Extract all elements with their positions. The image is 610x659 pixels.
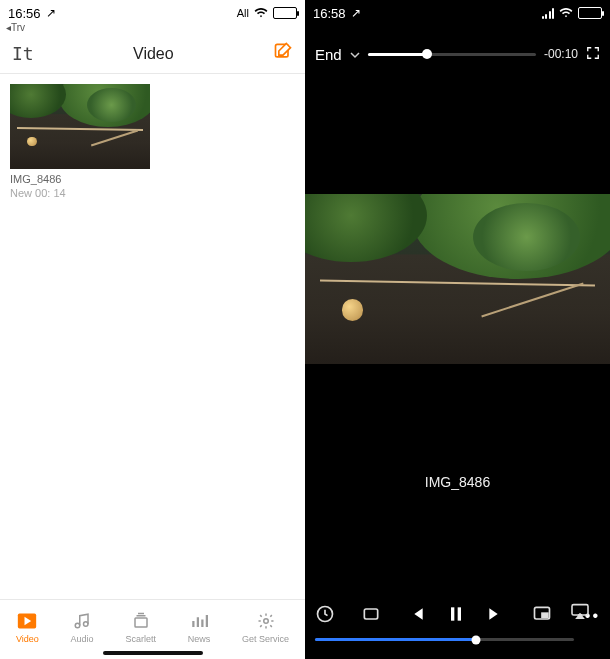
svg-rect-4 — [135, 618, 147, 627]
seek-thumb[interactable] — [471, 635, 480, 644]
volume-thumb[interactable] — [422, 49, 432, 59]
repeat-icon[interactable] — [361, 604, 381, 628]
back-button[interactable]: It — [12, 43, 34, 64]
video-list-item[interactable]: IMG_8486 New 00: 14 — [10, 84, 150, 199]
network-label: All — [237, 7, 249, 19]
battery-icon — [273, 7, 297, 19]
stack-icon — [131, 612, 151, 632]
volume-fill — [368, 53, 427, 56]
seek-slider[interactable] — [315, 638, 574, 641]
location-icon: ↗ — [46, 6, 56, 20]
tab-scarlett[interactable]: Scarlett — [125, 612, 156, 644]
video-frame[interactable] — [305, 194, 610, 364]
bars-icon — [189, 612, 209, 632]
seek-fill — [315, 638, 476, 641]
video-duration: New 00: 14 — [10, 187, 150, 199]
svg-rect-7 — [201, 620, 203, 628]
svg-rect-13 — [458, 607, 461, 620]
tab-label: Scarlett — [125, 634, 156, 644]
clock-icon[interactable] — [315, 604, 335, 628]
tab-video[interactable]: Video — [16, 612, 39, 644]
tab-label: Get Service — [242, 634, 289, 644]
time-remaining: -00:10 — [544, 47, 578, 61]
playback-mode-button[interactable]: End — [315, 46, 342, 63]
svg-rect-5 — [192, 621, 194, 627]
airplay-icon[interactable] — [570, 603, 590, 623]
pip-icon[interactable] — [532, 604, 552, 628]
svg-rect-15 — [542, 613, 548, 617]
now-playing-title: IMG_8486 — [305, 474, 610, 490]
home-indicator[interactable] — [103, 651, 203, 655]
gear-icon — [256, 612, 276, 632]
fullscreen-icon[interactable] — [586, 46, 600, 63]
volume-slider[interactable] — [368, 53, 536, 56]
wifi-icon — [559, 6, 573, 21]
location-icon: ↗ — [351, 6, 361, 20]
skip-back-icon[interactable] — [406, 604, 426, 628]
tab-audio[interactable]: Audio — [71, 612, 94, 644]
battery-icon — [578, 7, 602, 19]
svg-point-2 — [75, 623, 80, 628]
svg-rect-8 — [206, 615, 208, 627]
video-stage[interactable]: IMG_8486 — [305, 74, 610, 596]
status-bar: 16:56 ↗ All — [0, 0, 305, 26]
chevron-down-icon[interactable] — [350, 46, 360, 63]
pause-icon[interactable] — [446, 604, 466, 628]
music-note-icon — [72, 612, 92, 632]
svg-point-3 — [84, 622, 89, 627]
page-title: Video — [133, 45, 174, 63]
svg-rect-6 — [197, 617, 199, 627]
video-thumbnail[interactable] — [10, 84, 150, 169]
video-player-screen: 16:58 ↗ End -00:10 IMG_8486 — [305, 0, 610, 659]
skip-forward-icon[interactable] — [486, 604, 506, 628]
player-header: End -00:10 — [305, 34, 610, 74]
tab-bar: Video Audio Scarlett News Get Service — [0, 599, 305, 659]
nav-header: It Video — [0, 34, 305, 74]
player-controls: ••• — [305, 596, 610, 659]
tab-label: News — [188, 634, 211, 644]
back-to-app-link[interactable]: ◂Trv — [6, 22, 25, 33]
tab-label: Video — [16, 634, 39, 644]
svg-rect-12 — [451, 607, 454, 620]
cellular-icon — [542, 8, 555, 19]
tab-settings[interactable]: Get Service — [242, 612, 289, 644]
svg-point-9 — [263, 619, 268, 624]
play-icon — [17, 612, 37, 632]
video-library-screen: 16:56 ↗ All ◂Trv It Video IMG_8486 New 0… — [0, 0, 305, 659]
tab-label: Audio — [71, 634, 94, 644]
video-list: IMG_8486 New 00: 14 — [0, 74, 305, 599]
status-bar: 16:58 ↗ — [305, 0, 610, 26]
compose-icon[interactable] — [273, 41, 293, 66]
tab-news[interactable]: News — [188, 612, 211, 644]
svg-rect-11 — [364, 609, 377, 619]
status-time: 16:58 — [313, 6, 346, 21]
wifi-icon — [254, 6, 268, 21]
video-filename: IMG_8486 — [10, 173, 150, 185]
status-time: 16:56 — [8, 6, 41, 21]
